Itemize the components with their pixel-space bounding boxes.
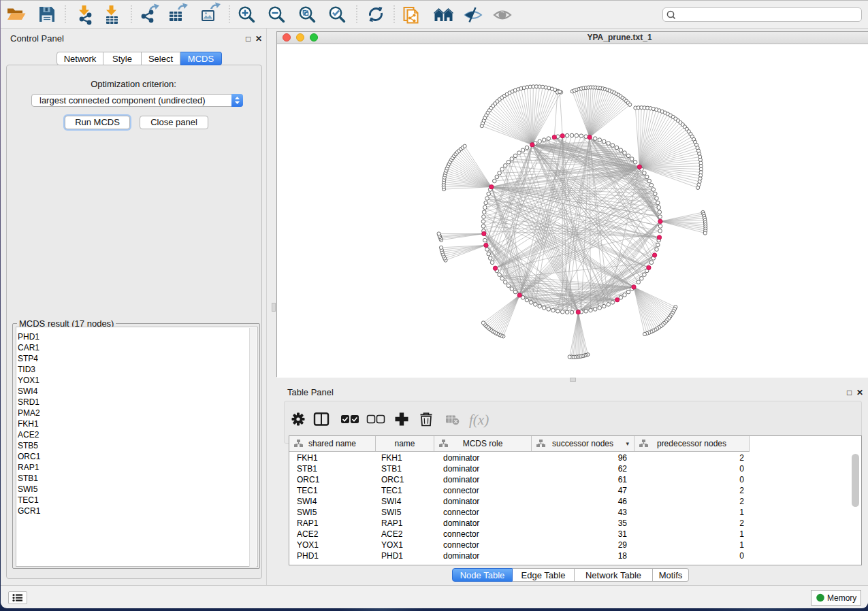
svg-text:f(x): f(x) (469, 412, 489, 428)
svg-text:Memory: Memory (827, 593, 856, 603)
